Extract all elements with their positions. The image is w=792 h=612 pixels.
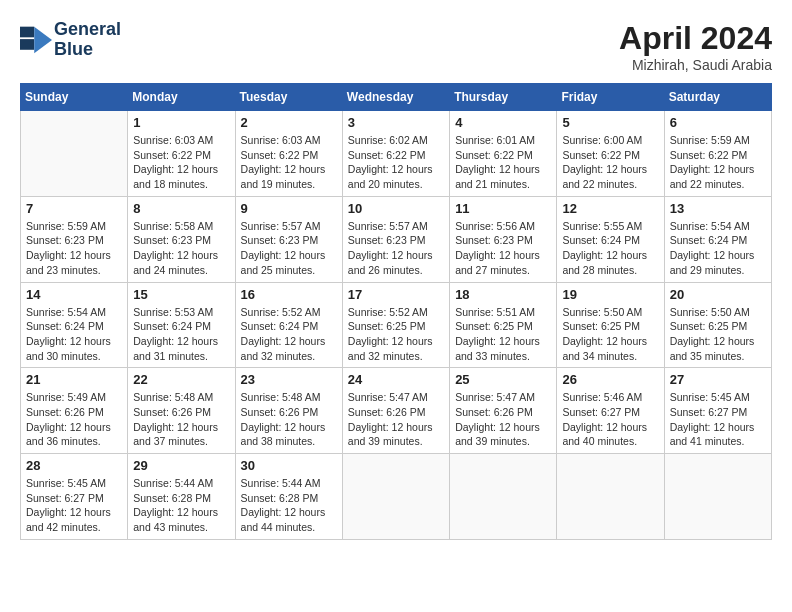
day-number: 28 bbox=[26, 458, 122, 473]
day-number: 12 bbox=[562, 201, 658, 216]
day-cell: 2Sunrise: 6:03 AMSunset: 6:22 PMDaylight… bbox=[235, 111, 342, 197]
day-number: 16 bbox=[241, 287, 337, 302]
day-number: 11 bbox=[455, 201, 551, 216]
day-info: Sunrise: 5:59 AMSunset: 6:22 PMDaylight:… bbox=[670, 133, 766, 192]
day-number: 20 bbox=[670, 287, 766, 302]
day-number: 29 bbox=[133, 458, 229, 473]
title-area: April 2024 Mizhirah, Saudi Arabia bbox=[619, 20, 772, 73]
day-cell: 13Sunrise: 5:54 AMSunset: 6:24 PMDayligh… bbox=[664, 196, 771, 282]
day-cell: 3Sunrise: 6:02 AMSunset: 6:22 PMDaylight… bbox=[342, 111, 449, 197]
month-title: April 2024 bbox=[619, 20, 772, 57]
day-number: 15 bbox=[133, 287, 229, 302]
location: Mizhirah, Saudi Arabia bbox=[619, 57, 772, 73]
day-number: 3 bbox=[348, 115, 444, 130]
day-info: Sunrise: 5:49 AMSunset: 6:26 PMDaylight:… bbox=[26, 390, 122, 449]
day-info: Sunrise: 5:47 AMSunset: 6:26 PMDaylight:… bbox=[348, 390, 444, 449]
day-number: 4 bbox=[455, 115, 551, 130]
day-info: Sunrise: 5:44 AMSunset: 6:28 PMDaylight:… bbox=[133, 476, 229, 535]
day-info: Sunrise: 6:03 AMSunset: 6:22 PMDaylight:… bbox=[241, 133, 337, 192]
day-info: Sunrise: 5:45 AMSunset: 6:27 PMDaylight:… bbox=[670, 390, 766, 449]
day-number: 26 bbox=[562, 372, 658, 387]
day-cell: 20Sunrise: 5:50 AMSunset: 6:25 PMDayligh… bbox=[664, 282, 771, 368]
day-cell: 5Sunrise: 6:00 AMSunset: 6:22 PMDaylight… bbox=[557, 111, 664, 197]
svg-rect-1 bbox=[20, 39, 34, 50]
day-number: 10 bbox=[348, 201, 444, 216]
day-number: 7 bbox=[26, 201, 122, 216]
day-number: 9 bbox=[241, 201, 337, 216]
day-info: Sunrise: 5:52 AMSunset: 6:24 PMDaylight:… bbox=[241, 305, 337, 364]
day-cell: 30Sunrise: 5:44 AMSunset: 6:28 PMDayligh… bbox=[235, 454, 342, 540]
day-info: Sunrise: 5:48 AMSunset: 6:26 PMDaylight:… bbox=[133, 390, 229, 449]
day-info: Sunrise: 5:48 AMSunset: 6:26 PMDaylight:… bbox=[241, 390, 337, 449]
header-cell-monday: Monday bbox=[128, 84, 235, 111]
day-info: Sunrise: 5:50 AMSunset: 6:25 PMDaylight:… bbox=[562, 305, 658, 364]
day-number: 19 bbox=[562, 287, 658, 302]
day-number: 18 bbox=[455, 287, 551, 302]
day-cell: 27Sunrise: 5:45 AMSunset: 6:27 PMDayligh… bbox=[664, 368, 771, 454]
day-cell: 16Sunrise: 5:52 AMSunset: 6:24 PMDayligh… bbox=[235, 282, 342, 368]
day-number: 2 bbox=[241, 115, 337, 130]
day-cell: 14Sunrise: 5:54 AMSunset: 6:24 PMDayligh… bbox=[21, 282, 128, 368]
day-cell bbox=[450, 454, 557, 540]
day-info: Sunrise: 5:58 AMSunset: 6:23 PMDaylight:… bbox=[133, 219, 229, 278]
logo-icon bbox=[20, 26, 52, 54]
day-number: 8 bbox=[133, 201, 229, 216]
day-info: Sunrise: 5:55 AMSunset: 6:24 PMDaylight:… bbox=[562, 219, 658, 278]
day-cell: 10Sunrise: 5:57 AMSunset: 6:23 PMDayligh… bbox=[342, 196, 449, 282]
day-cell bbox=[21, 111, 128, 197]
day-cell bbox=[342, 454, 449, 540]
day-info: Sunrise: 5:44 AMSunset: 6:28 PMDaylight:… bbox=[241, 476, 337, 535]
header-cell-friday: Friday bbox=[557, 84, 664, 111]
header: General Blue April 2024 Mizhirah, Saudi … bbox=[20, 20, 772, 73]
header-cell-tuesday: Tuesday bbox=[235, 84, 342, 111]
day-info: Sunrise: 5:50 AMSunset: 6:25 PMDaylight:… bbox=[670, 305, 766, 364]
day-cell: 7Sunrise: 5:59 AMSunset: 6:23 PMDaylight… bbox=[21, 196, 128, 282]
day-info: Sunrise: 5:54 AMSunset: 6:24 PMDaylight:… bbox=[670, 219, 766, 278]
day-number: 25 bbox=[455, 372, 551, 387]
logo: General Blue bbox=[20, 20, 121, 60]
day-number: 14 bbox=[26, 287, 122, 302]
week-row-4: 21Sunrise: 5:49 AMSunset: 6:26 PMDayligh… bbox=[21, 368, 772, 454]
day-number: 30 bbox=[241, 458, 337, 473]
day-info: Sunrise: 6:00 AMSunset: 6:22 PMDaylight:… bbox=[562, 133, 658, 192]
logo-text: General Blue bbox=[54, 20, 121, 60]
calendar-body: 1Sunrise: 6:03 AMSunset: 6:22 PMDaylight… bbox=[21, 111, 772, 540]
day-cell: 18Sunrise: 5:51 AMSunset: 6:25 PMDayligh… bbox=[450, 282, 557, 368]
svg-rect-0 bbox=[20, 26, 34, 37]
day-info: Sunrise: 5:45 AMSunset: 6:27 PMDaylight:… bbox=[26, 476, 122, 535]
day-info: Sunrise: 6:02 AMSunset: 6:22 PMDaylight:… bbox=[348, 133, 444, 192]
day-number: 27 bbox=[670, 372, 766, 387]
week-row-3: 14Sunrise: 5:54 AMSunset: 6:24 PMDayligh… bbox=[21, 282, 772, 368]
day-number: 21 bbox=[26, 372, 122, 387]
day-cell: 21Sunrise: 5:49 AMSunset: 6:26 PMDayligh… bbox=[21, 368, 128, 454]
day-info: Sunrise: 5:54 AMSunset: 6:24 PMDaylight:… bbox=[26, 305, 122, 364]
day-cell: 11Sunrise: 5:56 AMSunset: 6:23 PMDayligh… bbox=[450, 196, 557, 282]
day-info: Sunrise: 5:47 AMSunset: 6:26 PMDaylight:… bbox=[455, 390, 551, 449]
day-info: Sunrise: 5:51 AMSunset: 6:25 PMDaylight:… bbox=[455, 305, 551, 364]
day-cell: 26Sunrise: 5:46 AMSunset: 6:27 PMDayligh… bbox=[557, 368, 664, 454]
day-info: Sunrise: 5:52 AMSunset: 6:25 PMDaylight:… bbox=[348, 305, 444, 364]
day-cell: 23Sunrise: 5:48 AMSunset: 6:26 PMDayligh… bbox=[235, 368, 342, 454]
day-info: Sunrise: 5:59 AMSunset: 6:23 PMDaylight:… bbox=[26, 219, 122, 278]
day-info: Sunrise: 6:03 AMSunset: 6:22 PMDaylight:… bbox=[133, 133, 229, 192]
day-number: 17 bbox=[348, 287, 444, 302]
calendar-header-row: SundayMondayTuesdayWednesdayThursdayFrid… bbox=[21, 84, 772, 111]
header-cell-sunday: Sunday bbox=[21, 84, 128, 111]
day-cell bbox=[664, 454, 771, 540]
day-cell: 28Sunrise: 5:45 AMSunset: 6:27 PMDayligh… bbox=[21, 454, 128, 540]
day-number: 6 bbox=[670, 115, 766, 130]
day-cell: 9Sunrise: 5:57 AMSunset: 6:23 PMDaylight… bbox=[235, 196, 342, 282]
header-cell-wednesday: Wednesday bbox=[342, 84, 449, 111]
week-row-2: 7Sunrise: 5:59 AMSunset: 6:23 PMDaylight… bbox=[21, 196, 772, 282]
day-info: Sunrise: 5:57 AMSunset: 6:23 PMDaylight:… bbox=[348, 219, 444, 278]
day-number: 13 bbox=[670, 201, 766, 216]
day-info: Sunrise: 5:46 AMSunset: 6:27 PMDaylight:… bbox=[562, 390, 658, 449]
day-info: Sunrise: 6:01 AMSunset: 6:22 PMDaylight:… bbox=[455, 133, 551, 192]
day-info: Sunrise: 5:53 AMSunset: 6:24 PMDaylight:… bbox=[133, 305, 229, 364]
day-cell: 1Sunrise: 6:03 AMSunset: 6:22 PMDaylight… bbox=[128, 111, 235, 197]
calendar: SundayMondayTuesdayWednesdayThursdayFrid… bbox=[20, 83, 772, 540]
day-number: 5 bbox=[562, 115, 658, 130]
day-info: Sunrise: 5:57 AMSunset: 6:23 PMDaylight:… bbox=[241, 219, 337, 278]
day-cell: 12Sunrise: 5:55 AMSunset: 6:24 PMDayligh… bbox=[557, 196, 664, 282]
day-number: 1 bbox=[133, 115, 229, 130]
